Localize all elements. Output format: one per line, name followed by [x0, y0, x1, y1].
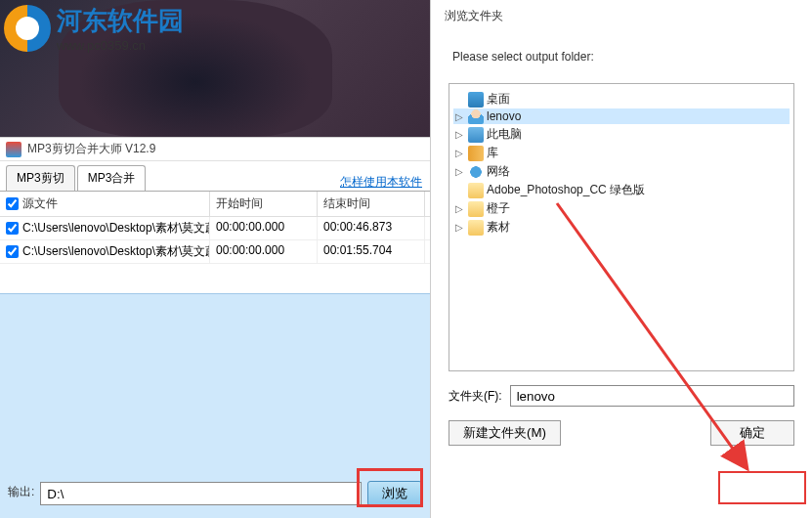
start-time: 00:00:00.000	[210, 240, 318, 263]
folder-name-input[interactable]	[510, 385, 794, 407]
col-end[interactable]: 结束时间	[318, 192, 425, 216]
net-icon	[468, 164, 484, 180]
tree-item-label: 素材	[487, 219, 510, 236]
col-start[interactable]: 开始时间	[210, 192, 318, 216]
annotation-highlight-ok	[718, 471, 806, 504]
ok-button[interactable]: 确定	[710, 420, 794, 446]
help-link[interactable]: 怎样使用本软件	[340, 174, 424, 191]
header-checkbox[interactable]	[6, 197, 19, 210]
table-row[interactable]: C:\Users\lenovo\Desktop\素材\莫文蔚 -...00:00…	[0, 240, 430, 264]
tree-item-label: lenovo	[487, 109, 521, 123]
table-row[interactable]: C:\Users\lenovo\Desktop\素材\莫文蔚 -...00:00…	[0, 217, 430, 240]
start-time: 00:00:00.000	[210, 217, 318, 239]
app-icon	[6, 142, 21, 157]
chevron-right-icon: ▷	[453, 203, 465, 214]
chevron-right-icon: ▷	[453, 111, 465, 122]
row-checkbox[interactable]	[6, 245, 19, 258]
chevron-right-icon: ▷	[453, 129, 465, 140]
file-path: C:\Users\lenovo\Desktop\素材\莫文蔚 -...	[22, 243, 210, 260]
tree-item-label: 库	[487, 145, 498, 161]
file-table: 源文件 开始时间 结束时间 C:\Users\lenovo\Desktop\素材…	[0, 191, 430, 276]
pc-icon	[468, 127, 484, 143]
lower-panel: 输出: 浏览	[0, 293, 430, 518]
chevron-right-icon: ▷	[453, 166, 465, 177]
tree-item[interactable]: Adobe_Photoshop_CC 绿色版	[453, 182, 790, 198]
user-icon	[468, 108, 484, 124]
chevron-right-icon: ▷	[453, 148, 465, 158]
folder-tree[interactable]: 桌面 ▷lenovo▷此电脑▷库▷网络Adobe_Photoshop_CC 绿色…	[449, 83, 794, 371]
dialog-instruction: Please select output folder:	[431, 32, 812, 83]
tree-item[interactable]: ▷此电脑	[453, 126, 790, 143]
folder-icon	[468, 201, 484, 217]
tab-strip: MP3剪切 MP3合并	[6, 165, 146, 191]
tab-mp3-cut[interactable]: MP3剪切	[6, 165, 75, 191]
table-header: 源文件 开始时间 结束时间	[0, 192, 430, 217]
tree-item-label: 网络	[487, 163, 510, 180]
file-path: C:\Users\lenovo\Desktop\素材\莫文蔚 -...	[22, 220, 210, 237]
output-label: 输出:	[8, 484, 34, 504]
site-logo-icon	[4, 5, 51, 52]
browse-folder-dialog: 浏览文件夹 Please select output folder: 桌面 ▷l…	[430, 0, 812, 518]
tree-item[interactable]: ▷库	[453, 145, 790, 161]
tree-root-desktop[interactable]: 桌面	[453, 91, 790, 108]
tree-item[interactable]: ▷素材	[453, 219, 790, 236]
folder-field-label: 文件夹(F):	[449, 388, 502, 405]
end-time: 00:00:46.873	[318, 217, 425, 239]
dialog-title: 浏览文件夹	[431, 0, 812, 32]
desktop-icon	[468, 92, 484, 108]
col-source-label: 源文件	[22, 195, 58, 212]
row-checkbox[interactable]	[6, 222, 19, 235]
tree-item-label: 橙子	[487, 200, 510, 217]
tree-item[interactable]: ▷橙子	[453, 200, 790, 217]
app-title: MP3剪切合并大师 V12.9	[27, 141, 155, 157]
tab-mp3-merge[interactable]: MP3合并	[77, 165, 147, 191]
watermark-title: 河东软件园	[57, 4, 184, 38]
watermark-url: www.pc0359.cn	[57, 38, 184, 53]
chevron-right-icon: ▷	[453, 222, 465, 233]
folder-icon	[468, 183, 484, 198]
col-source[interactable]: 源文件	[0, 192, 210, 216]
tree-item[interactable]: ▷网络	[453, 163, 790, 180]
end-time: 00:01:55.704	[318, 240, 425, 263]
folder-icon	[468, 220, 484, 236]
lib-icon	[468, 146, 484, 161]
tree-root-label: 桌面	[487, 91, 510, 108]
tree-item-label: 此电脑	[487, 126, 522, 143]
new-folder-button[interactable]: 新建文件夹(M)	[449, 420, 561, 446]
watermark: 河东软件园 www.pc0359.cn	[0, 0, 188, 57]
app-titlebar: MP3剪切合并大师 V12.9	[0, 138, 430, 161]
output-path-input[interactable]	[40, 482, 362, 505]
tree-item-label: Adobe_Photoshop_CC 绿色版	[487, 182, 645, 198]
tree-item[interactable]: ▷lenovo	[453, 108, 790, 124]
browse-button[interactable]: 浏览	[367, 481, 422, 506]
